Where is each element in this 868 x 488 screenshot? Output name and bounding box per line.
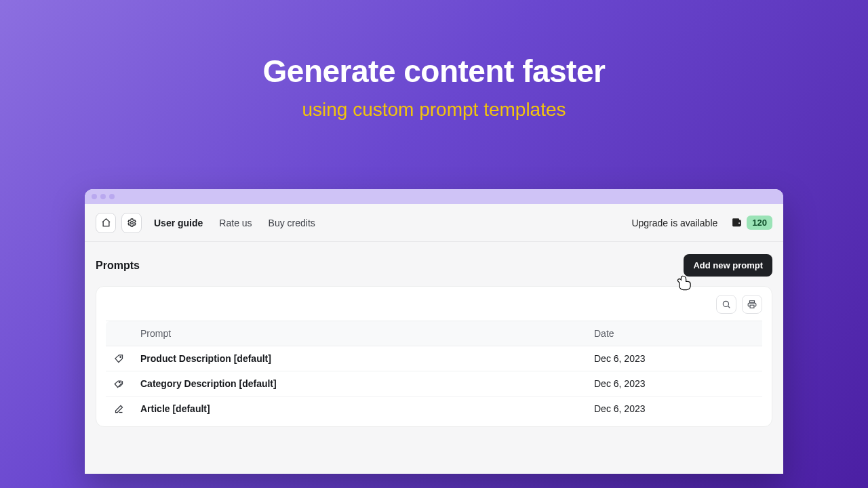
traffic-light-max-icon[interactable] xyxy=(109,194,115,199)
col-header-prompt[interactable]: Prompt xyxy=(132,321,586,346)
compose-icon xyxy=(114,404,124,414)
svg-point-0 xyxy=(130,222,133,224)
svg-point-5 xyxy=(120,356,121,357)
search-button[interactable] xyxy=(716,295,736,314)
nav-links: User guide Rate us Buy credits xyxy=(154,218,315,228)
topbar: User guide Rate us Buy credits Upgrade i… xyxy=(85,204,783,242)
col-header-date[interactable]: Date xyxy=(586,321,762,346)
app-window: User guide Rate us Buy credits Upgrade i… xyxy=(85,189,783,474)
add-new-prompt-button[interactable]: Add new prompt xyxy=(684,254,772,277)
prompt-date: Dec 6, 2023 xyxy=(586,346,762,371)
table-row[interactable]: Article [default]Dec 6, 2023 xyxy=(106,396,762,422)
search-icon xyxy=(722,300,731,309)
hero-subtitle: using custom prompt templates xyxy=(0,99,868,121)
gear-icon xyxy=(127,218,137,228)
svg-point-2 xyxy=(723,301,728,306)
nav-user-guide[interactable]: User guide xyxy=(154,218,203,228)
home-icon xyxy=(101,218,111,228)
upgrade-available-link[interactable]: Upgrade is available xyxy=(631,218,717,228)
traffic-light-min-icon[interactable] xyxy=(100,194,106,199)
prompt-date: Dec 6, 2023 xyxy=(586,396,762,422)
window-titlebar xyxy=(85,189,783,204)
home-button[interactable] xyxy=(96,213,116,233)
svg-rect-3 xyxy=(750,301,755,303)
svg-point-6 xyxy=(119,382,120,382)
prompts-table: Prompt Date Product Description [default… xyxy=(106,321,762,421)
settings-button[interactable] xyxy=(121,213,142,233)
print-icon xyxy=(747,300,757,309)
nav-buy-credits[interactable]: Buy credits xyxy=(269,218,315,228)
prompt-title[interactable]: Article [default] xyxy=(140,403,210,414)
page-title: Prompts xyxy=(96,260,140,272)
prompts-card: Prompt Date Product Description [default… xyxy=(96,286,772,427)
tag-icon xyxy=(114,354,124,364)
tags-icon xyxy=(114,379,124,389)
wallet-icon xyxy=(731,217,743,228)
credits-indicator[interactable]: 120 xyxy=(731,216,772,230)
hero-title: Generate content faster xyxy=(0,53,868,89)
prompt-title[interactable]: Category Description [default] xyxy=(140,378,277,389)
table-row[interactable]: Product Description [default]Dec 6, 2023 xyxy=(106,346,762,371)
svg-rect-4 xyxy=(750,305,754,308)
print-button[interactable] xyxy=(742,295,762,314)
prompt-date: Dec 6, 2023 xyxy=(586,371,762,396)
svg-point-1 xyxy=(738,222,740,224)
prompt-title[interactable]: Product Description [default] xyxy=(140,353,271,364)
nav-rate-us[interactable]: Rate us xyxy=(219,218,252,228)
traffic-light-close-icon[interactable] xyxy=(92,194,97,199)
table-row[interactable]: Category Description [default]Dec 6, 202… xyxy=(106,371,762,396)
credits-badge: 120 xyxy=(747,216,772,230)
